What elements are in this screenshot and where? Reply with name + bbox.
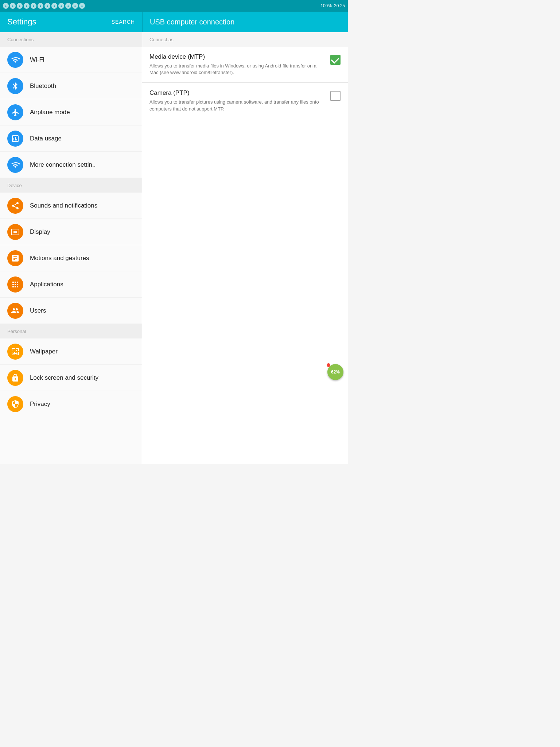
mtp-title: Media device (MTP) (149, 53, 324, 61)
float-badge-value: 62% (331, 369, 340, 375)
sidebar-item-wallpaper[interactable]: Wallpaper (0, 338, 142, 365)
mtp-text: Media device (MTP) Allows you to transfe… (149, 53, 324, 76)
settings-title: Settings (7, 17, 36, 27)
status-icon-1: ● (3, 3, 9, 9)
airplane-icon (11, 108, 20, 117)
status-icon-4: ● (24, 3, 30, 9)
apps-icon (11, 280, 20, 289)
connect-as-header: Connect as (142, 32, 348, 47)
apps-icon-circle (7, 276, 23, 293)
privacy-icon (11, 400, 20, 409)
display-label: Display (30, 228, 50, 236)
search-button[interactable]: SEARCH (112, 19, 135, 25)
users-label: Users (30, 307, 46, 314)
section-device: Device (0, 178, 142, 193)
lockscreen-label: Lock screen and security (30, 374, 98, 382)
display-icon (11, 228, 20, 236)
ptp-text: Camera (PTP) Allows you to transfer pict… (149, 89, 324, 112)
option-mtp[interactable]: Media device (MTP) Allows you to transfe… (142, 47, 348, 83)
privacy-icon-circle (7, 396, 23, 412)
sounds-label: Sounds and notifications (30, 202, 97, 209)
status-icon-5: ● (31, 3, 36, 9)
status-right: 100% 20:25 (320, 3, 345, 8)
sidebar-item-airplane[interactable]: Airplane mode (0, 99, 142, 125)
option-ptp[interactable]: Camera (PTP) Allows you to transfer pict… (142, 83, 348, 119)
bluetooth-icon (11, 82, 20, 90)
battery-level: 100% (320, 3, 332, 8)
status-icon-10: ● (65, 3, 71, 9)
wallpaper-label: Wallpaper (30, 348, 58, 355)
motions-icon-circle (7, 250, 23, 266)
status-icon-3: ● (17, 3, 23, 9)
wifi-icon-circle (7, 52, 23, 68)
bluetooth-label: Bluetooth (30, 82, 56, 90)
status-icon-12: ● (79, 3, 85, 9)
lock-icon (11, 374, 20, 382)
sidebar-item-wifi[interactable]: Wi-Fi (0, 47, 142, 73)
float-percentage-badge[interactable]: 62% (327, 364, 343, 380)
status-icon-6: ● (38, 3, 43, 9)
sidebar-item-more[interactable]: More connection settin.. (0, 152, 142, 178)
sidebar-item-lockscreen[interactable]: Lock screen and security (0, 365, 142, 391)
header-left: Settings SEARCH (0, 12, 142, 32)
motions-icon (11, 254, 20, 263)
sidebar-item-data[interactable]: Data usage (0, 125, 142, 152)
clock: 20:25 (334, 3, 345, 8)
data-icon (11, 134, 20, 143)
sidebar-item-motions[interactable]: Motions and gestures (0, 245, 142, 271)
sidebar-item-sounds[interactable]: Sounds and notifications (0, 193, 142, 219)
ptp-title: Camera (PTP) (149, 89, 324, 97)
header-right: USB computer connection (143, 18, 348, 26)
display-icon-circle (7, 224, 23, 240)
status-icon-7: ● (44, 3, 50, 9)
wifi-label: Wi-Fi (30, 56, 44, 63)
motions-label: Motions and gestures (30, 255, 89, 262)
bluetooth-icon-circle (7, 78, 23, 94)
sounds-icon (11, 201, 20, 210)
wallpaper-icon (11, 347, 20, 356)
sidebar-item-bluetooth[interactable]: Bluetooth (0, 73, 142, 99)
privacy-label: Privacy (30, 400, 50, 408)
detail-title: USB computer connection (150, 18, 234, 26)
more-icon-circle (7, 157, 23, 173)
status-icon-9: ● (58, 3, 64, 9)
lock-icon-circle (7, 370, 23, 386)
sidebar-item-privacy[interactable]: Privacy (0, 391, 142, 417)
airplane-icon-circle (7, 104, 23, 120)
status-icon-2: ● (10, 3, 16, 9)
float-badge-dot (327, 363, 330, 367)
mtp-description: Allows you to transfer media files in Wi… (149, 63, 324, 76)
data-icon-circle (7, 131, 23, 147)
apps-label: Applications (30, 281, 63, 288)
sidebar: Connections Wi-Fi Bluetooth (0, 32, 142, 464)
status-bar: ● ● ● ● ● ● ● ● ● ● ● ● 100% 20:25 (0, 0, 348, 12)
sidebar-item-display[interactable]: Display (0, 219, 142, 245)
section-personal: Personal (0, 324, 142, 338)
ptp-description: Allows you to transfer pictures using ca… (149, 99, 324, 112)
airplane-label: Airplane mode (30, 109, 70, 116)
more-connections-icon (11, 160, 20, 169)
status-icon-8: ● (51, 3, 57, 9)
sidebar-item-users[interactable]: Users (0, 298, 142, 324)
main-layout: Connections Wi-Fi Bluetooth (0, 32, 348, 464)
users-icon (11, 306, 20, 315)
status-icons-left: ● ● ● ● ● ● ● ● ● ● ● ● (3, 3, 85, 9)
more-label: More connection settin.. (30, 161, 96, 169)
wallpaper-icon-circle (7, 344, 23, 360)
data-label: Data usage (30, 135, 62, 142)
users-icon-circle (7, 303, 23, 319)
sounds-icon-circle (7, 198, 23, 214)
mtp-checkbox[interactable] (330, 55, 341, 65)
ptp-checkbox[interactable] (330, 91, 341, 101)
status-icon-11: ● (72, 3, 78, 9)
wifi-icon (11, 55, 20, 64)
app-header: Settings SEARCH USB computer connection (0, 12, 348, 32)
sidebar-item-applications[interactable]: Applications (0, 271, 142, 298)
content-panel: Connect as Media device (MTP) Allows you… (142, 32, 348, 464)
section-connections: Connections (0, 32, 142, 47)
